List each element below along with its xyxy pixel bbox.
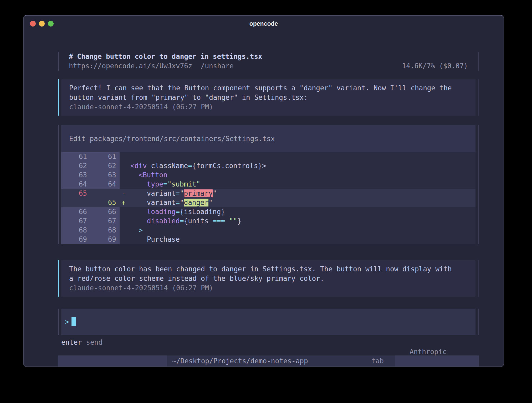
model-provider: Anthropic [410,348,447,356]
assistant-message: The button color has been changed to dan… [58,260,479,297]
diff-code-line: Purchase [130,235,475,244]
diff-code-line [130,152,475,161]
app-version-segment: opencodev0.3.11 [58,355,167,366]
diff-code-line: <Button [130,170,475,180]
unshare-command: /unshare [201,61,234,71]
diff-row: 6464 type="submit" [61,180,475,189]
edit-tool-header: Edit packages/frontend/src/containers/Se… [61,125,475,152]
session-title: # Change button color to danger in setti… [69,52,468,61]
session-header: # Change button color to danger in setti… [58,52,479,71]
message-meta: claude-sonnet-4-20250514 (06:27 PM) [69,102,468,112]
diff-row: 6161 [61,152,475,161]
session-subline: https://opencode.ai/s/UwJxv76z /unshare … [69,61,468,71]
tab-hint[interactable]: tab [371,355,390,366]
diff-row: 6262<div className={formCs.controls}> [61,161,475,170]
diff-code-line: variant="danger" [130,198,475,207]
working-directory: ~/Desktop/Projects/demo-notes-app [172,355,308,366]
hint-enter-key: enter [61,338,82,347]
terminal-content: # Change button color to danger in setti… [24,31,504,366]
diff-rows: 61616262<div className={formCs.controls}… [61,152,475,244]
diff-row: 65- variant="primary" [61,189,475,198]
diff-row: 6767 disabled={units === ""} [61,216,475,226]
edit-tool-block: Edit packages/frontend/src/containers/Se… [58,125,479,244]
text-cursor [71,317,76,326]
session-header-inner: # Change button color to danger in setti… [61,52,475,71]
app-window: opencode # Change button color to danger… [23,15,504,367]
window-title: opencode [24,16,504,31]
diff-row: 65+ variant="danger" [61,198,475,207]
diff-row: 6666 loading={isLoading} [61,207,475,216]
diff-code-line: > [130,226,475,235]
edit-tool-title: Edit packages/frontend/src/containers/Se… [69,135,275,143]
diff-code-line: type="submit" [130,180,475,189]
mode-segment[interactable]: BUILDMODE [395,355,479,366]
titlebar: opencode [24,16,504,31]
diff-code-line: <div className={formCs.controls}> [130,161,475,170]
hint-bar: enter send Anthropic Claude Sonnet 4 [58,338,479,347]
model-indicator: Anthropic Claude Sonnet 4 [377,338,475,347]
prompt-symbol: > [65,318,69,326]
prompt-input-block: > [58,309,479,335]
message-text: The button color has been changed to dan… [69,264,454,283]
diff-code-line: loading={isLoading} [130,207,475,216]
message-meta: claude-sonnet-4-20250514 (06:27 PM) [69,283,468,293]
share-url[interactable]: https://opencode.ai/s/UwJxv76z [69,61,192,71]
diff-row: 6363 <Button [61,170,475,180]
assistant-message-body: Perfect! I can see that the Button compo… [61,79,475,116]
hint-send-action: send [86,338,103,347]
status-bar: opencodev0.3.11 ~/Desktop/Projects/demo-… [58,355,479,366]
assistant-message: Perfect! I can see that the Button compo… [58,79,479,116]
prompt-input[interactable]: > [61,309,475,335]
message-text: Perfect! I can see that the Button compo… [69,83,454,102]
assistant-message-body: The button color has been changed to dan… [61,260,475,297]
diff-row: 6868 > [61,226,475,235]
token-usage: 14.6K/7% ($0.07) [402,61,468,71]
diff-row: 6969 Purchase [61,235,475,244]
cwd-segment: ~/Desktop/Projects/demo-notes-app tab [167,355,395,366]
diff-code-line: variant="primary" [130,189,475,198]
diff-code-line: disabled={units === ""} [130,216,475,226]
